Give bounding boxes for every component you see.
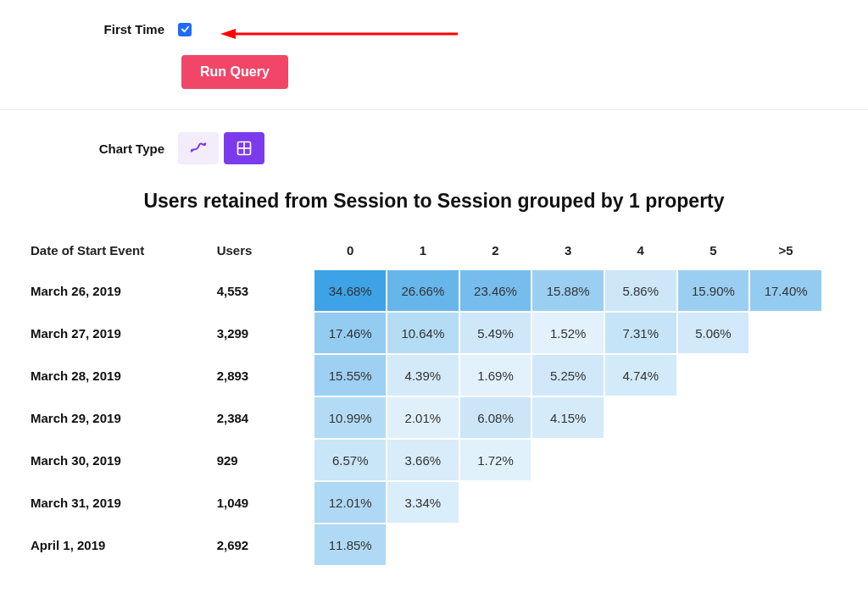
cell-value (531, 439, 604, 481)
first-time-checkbox[interactable] (178, 23, 192, 36)
cell-value: 17.46% (314, 312, 387, 354)
cell-value (749, 481, 822, 524)
cell-value: 1.72% (459, 439, 532, 481)
cell-value: 3.34% (387, 481, 459, 524)
cell-value (531, 481, 604, 524)
cell-value (604, 439, 677, 481)
svg-point-3 (203, 143, 206, 146)
cell-value: 17.40% (749, 269, 822, 312)
cell-value (749, 354, 822, 396)
cell-date: March 31, 2019 (25, 481, 212, 524)
table-row: March 30, 20199296.57%3.66%1.72% (25, 439, 822, 481)
cell-date: March 29, 2019 (25, 396, 212, 439)
cell-value (387, 524, 459, 566)
header-col-4: 4 (604, 235, 677, 269)
cell-value: 15.55% (314, 354, 387, 396)
cell-value: 11.85% (314, 524, 387, 566)
cell-value: 5.06% (677, 312, 750, 354)
cell-value: 23.46% (459, 269, 532, 312)
cell-value: 15.90% (677, 269, 750, 312)
cell-value: 5.25% (531, 354, 604, 396)
header-col-gt5: >5 (749, 235, 822, 269)
run-query-button[interactable]: Run Query (181, 55, 288, 89)
cell-users: 929 (212, 439, 314, 481)
cell-date: March 28, 2019 (25, 354, 212, 396)
cell-value (749, 524, 822, 566)
chart-type-line-button[interactable] (178, 132, 219, 164)
cell-users: 4,553 (212, 269, 314, 312)
cell-value (677, 354, 750, 396)
cell-value: 6.08% (459, 396, 532, 439)
cell-value: 4.39% (387, 354, 459, 396)
cell-users: 2,893 (212, 354, 314, 396)
header-col-2: 2 (459, 235, 532, 269)
cell-value (459, 481, 532, 524)
header-col-3: 3 (531, 235, 604, 269)
cell-value (749, 396, 822, 439)
cell-value: 2.01% (387, 396, 459, 439)
cell-users: 2,384 (212, 396, 314, 439)
table-row: March 27, 20193,29917.46%10.64%5.49%1.52… (25, 312, 822, 354)
cell-value (677, 396, 750, 439)
cell-value (677, 481, 750, 524)
cell-value (749, 439, 822, 481)
cell-value (604, 524, 677, 566)
svg-point-2 (191, 149, 193, 152)
cell-value: 3.66% (387, 439, 459, 481)
cell-date: April 1, 2019 (25, 524, 212, 566)
cell-value: 5.49% (459, 312, 532, 354)
cell-value: 15.88% (531, 269, 604, 312)
cell-value (677, 524, 750, 566)
cell-value: 26.66% (387, 269, 459, 312)
cell-value (749, 312, 822, 354)
cell-value: 10.64% (387, 312, 459, 354)
table-row: March 31, 20191,04912.01%3.34% (25, 481, 822, 524)
cell-value: 6.57% (314, 439, 387, 481)
cell-value (604, 396, 677, 439)
cell-value: 1.69% (459, 354, 532, 396)
chart-type-table-button[interactable] (224, 132, 264, 164)
retention-table: Date of Start Event Users 0 1 2 3 4 5 >5… (25, 235, 822, 566)
first-time-label: First Time (0, 22, 178, 36)
chart-type-label: Chart Type (0, 141, 178, 156)
chart-title: Users retained from Session to Session g… (0, 190, 868, 213)
table-row: March 28, 20192,89315.55%4.39%1.69%5.25%… (25, 354, 822, 396)
table-row: March 26, 20194,55334.68%26.66%23.46%15.… (25, 269, 822, 312)
cell-date: March 26, 2019 (25, 269, 212, 312)
table-row: April 1, 20192,69211.85% (25, 524, 822, 566)
cell-value: 4.74% (604, 354, 677, 396)
table-icon (236, 140, 253, 157)
table-row: March 29, 20192,38410.99%2.01%6.08%4.15% (25, 396, 822, 439)
cell-value (531, 524, 604, 566)
cell-value: 34.68% (314, 269, 387, 312)
cell-value: 4.15% (531, 396, 604, 439)
line-chart-icon (189, 139, 208, 158)
cell-users: 1,049 (212, 481, 314, 524)
cell-value: 7.31% (604, 312, 677, 354)
cell-value: 1.52% (531, 312, 604, 354)
cell-value (604, 481, 677, 524)
cell-users: 2,692 (212, 524, 314, 566)
cell-value (677, 439, 750, 481)
header-col-1: 1 (387, 235, 459, 269)
cell-value (459, 524, 532, 566)
cell-date: March 30, 2019 (25, 439, 212, 481)
cell-value: 10.99% (314, 396, 387, 439)
cell-value: 12.01% (314, 481, 387, 524)
cell-users: 3,299 (212, 312, 314, 354)
header-col-5: 5 (677, 235, 750, 269)
header-date: Date of Start Event (25, 235, 212, 269)
cell-date: March 27, 2019 (25, 312, 212, 354)
header-col-0: 0 (314, 235, 387, 269)
header-users: Users (212, 235, 314, 269)
cell-value: 5.86% (604, 269, 677, 312)
